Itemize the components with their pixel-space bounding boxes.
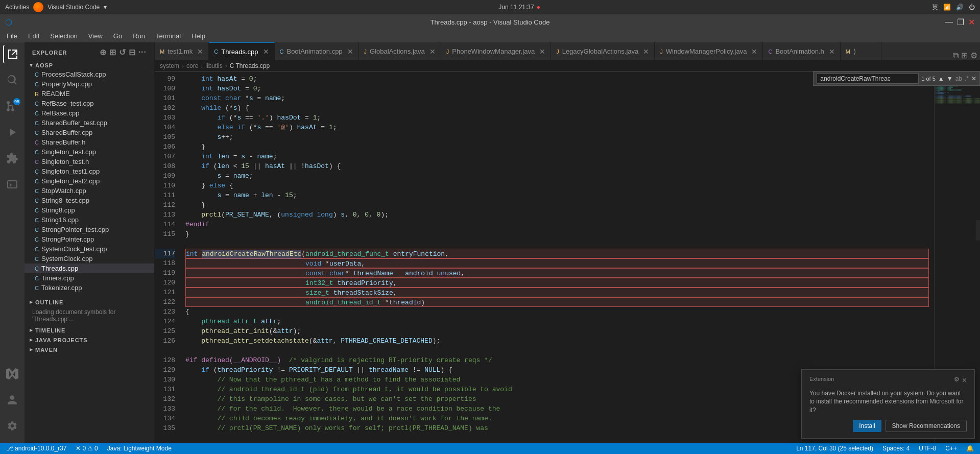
- tab-close-global-icon[interactable]: ✕: [429, 47, 436, 56]
- minimize-button[interactable]: —: [945, 17, 953, 27]
- tab-bootanimation-cpp[interactable]: C BootAnimation.cpp ✕: [275, 42, 359, 60]
- split-editor-icon[interactable]: ⧉: [953, 51, 959, 60]
- lang-icon[interactable]: 英: [932, 3, 938, 12]
- java-mode-item[interactable]: Java: Lightweight Mode: [105, 445, 174, 452]
- tab-close-wmp-icon[interactable]: ✕: [751, 47, 757, 56]
- tab-threads-cpp[interactable]: C Threads.cpp ✕: [209, 42, 274, 60]
- find-next-icon[interactable]: ▼: [947, 75, 953, 82]
- file-StrongPointer[interactable]: CStrongPointer.cpp: [25, 234, 154, 244]
- menu-go[interactable]: Go: [109, 31, 126, 41]
- file-Singleton_test[interactable]: CSingleton_test.cpp: [25, 147, 154, 157]
- find-close-icon[interactable]: ✕: [971, 75, 976, 82]
- editor-layout-icon[interactable]: ⊞: [961, 51, 968, 60]
- remote-explorer-icon[interactable]: [3, 175, 21, 194]
- breadcrumb-core[interactable]: core: [186, 62, 198, 69]
- file-StopWatch[interactable]: CStopWatch.cpp: [25, 186, 154, 196]
- install-button[interactable]: Install: [853, 420, 881, 432]
- search-icon[interactable]: [3, 71, 21, 89]
- menu-selection[interactable]: Selection: [46, 31, 81, 41]
- file-Singleton_test1[interactable]: CSingleton_test1.cpp: [25, 166, 154, 176]
- tab-close-icon[interactable]: ✕: [197, 47, 203, 56]
- menu-run[interactable]: Run: [129, 31, 149, 41]
- file-README[interactable]: RREADME: [25, 89, 154, 99]
- firefox-icon[interactable]: [33, 2, 43, 12]
- notification-gear-icon[interactable]: ⚙: [954, 376, 960, 385]
- breadcrumb-libutils[interactable]: libutils: [205, 62, 222, 69]
- refresh-icon[interactable]: ↺: [119, 47, 126, 57]
- breadcrumb-file[interactable]: C Threads.cpp: [230, 62, 270, 69]
- menu-help[interactable]: Help: [187, 31, 209, 41]
- tab-close-phone-icon[interactable]: ✕: [539, 47, 545, 56]
- tab-close-legacy-icon[interactable]: ✕: [643, 47, 649, 56]
- more-actions-icon[interactable]: ···: [138, 47, 147, 57]
- tab-legacyglobal-java[interactable]: J LegacyGlobalActions.java ✕: [551, 42, 655, 60]
- outline-section[interactable]: ▸ OUTLINE: [25, 297, 154, 306]
- collapse-icon[interactable]: ⊟: [129, 47, 136, 57]
- maximize-button[interactable]: ❐: [957, 17, 964, 27]
- file-StrongPointer_test[interactable]: CStrongPointer_test.cpp: [25, 225, 154, 234]
- vscode-logo-bottom-icon[interactable]: [3, 365, 21, 383]
- tab-close-m-icon[interactable]: ⟩: [853, 47, 856, 56]
- file-Threads[interactable]: CThreads.cpp: [25, 264, 154, 273]
- file-SystemClock_test[interactable]: CSystemClock_test.cpp: [25, 244, 154, 254]
- spaces-item[interactable]: Spaces: 4: [880, 445, 912, 452]
- file-PropertyMap[interactable]: CPropertyMap.cpp: [25, 79, 154, 89]
- find-regex-icon[interactable]: .*: [965, 75, 969, 82]
- explorer-icon[interactable]: [3, 45, 21, 63]
- notification-close-icon[interactable]: ×: [962, 376, 967, 385]
- file-Tokenizer[interactable]: CTokenizer.cpp: [25, 283, 154, 293]
- file-Singleton_test2[interactable]: CSingleton_test2.cpp: [25, 176, 154, 186]
- file-SharedBuffer[interactable]: CSharedBuffer.cpp: [25, 128, 154, 137]
- feedback-icon-item[interactable]: 🔔: [964, 445, 976, 452]
- vscode-dropdown-icon[interactable]: ▾: [104, 4, 107, 11]
- menu-view[interactable]: View: [84, 31, 107, 41]
- file-SystemClock[interactable]: CSystemClock.cpp: [25, 254, 154, 264]
- file-String8[interactable]: CString8.cpp: [25, 205, 154, 215]
- tab-close-boot-icon[interactable]: ✕: [347, 47, 353, 56]
- file-ProcessCallStack[interactable]: CProcessCallStack.cpp: [25, 69, 154, 79]
- tab-windowmanagerpolicy-java[interactable]: J WindowManagerPolicy.java ✕: [655, 42, 763, 60]
- errors-item[interactable]: ✕ 0 ⚠ 0: [74, 445, 100, 452]
- file-Timers[interactable]: CTimers.cpp: [25, 273, 154, 283]
- new-folder-icon[interactable]: ⊞: [109, 47, 116, 57]
- file-RefBase_test[interactable]: CRefBase_test.cpp: [25, 99, 154, 108]
- language-item[interactable]: C++: [943, 445, 959, 452]
- file-SharedBuffer_test[interactable]: CSharedBuffer_test.cpp: [25, 118, 154, 128]
- git-branch-item[interactable]: ⎇ android-10.0.0_r37: [4, 445, 68, 452]
- menu-edit[interactable]: Edit: [24, 31, 43, 41]
- run-debug-icon[interactable]: [3, 123, 21, 141]
- encoding-item[interactable]: UTF-8: [917, 445, 938, 452]
- find-match-whole-word-icon[interactable]: ab: [955, 75, 962, 82]
- java-projects-section[interactable]: ▸ JAVA PROJECTS: [25, 334, 154, 344]
- find-prev-icon[interactable]: ▲: [938, 75, 944, 82]
- close-button[interactable]: ✕: [968, 17, 975, 27]
- settings-icon[interactable]: [3, 417, 21, 435]
- file-String16[interactable]: CString16.cpp: [25, 215, 154, 225]
- file-SharedBuffer-h[interactable]: CSharedBuffer.h: [25, 137, 154, 147]
- aosp-folder[interactable]: ▾ AOSP: [25, 60, 154, 69]
- show-recommendations-button[interactable]: Show Recommendations: [886, 420, 967, 432]
- settings-gear-icon[interactable]: ⚙: [970, 51, 977, 60]
- tab-close-h-icon[interactable]: ✕: [829, 47, 835, 56]
- maven-section[interactable]: ▸ MAVEN: [25, 344, 154, 354]
- breadcrumb-system[interactable]: system: [160, 62, 179, 69]
- file-Singleton_test-h[interactable]: CSingleton_test.h: [25, 157, 154, 166]
- tab-close-active-icon[interactable]: ✕: [263, 47, 269, 56]
- tab-bootanimation-h[interactable]: C BootAnimation.h ✕: [763, 42, 840, 60]
- power-icon[interactable]: ⏻: [969, 4, 975, 11]
- extensions-icon[interactable]: [3, 149, 21, 168]
- tab-phonewindow-java[interactable]: J PhoneWindowManager.java ✕: [441, 42, 551, 60]
- volume-icon[interactable]: 🔊: [956, 4, 964, 11]
- tab-test1mk[interactable]: M test1.mk ✕: [155, 42, 209, 60]
- find-input[interactable]: [817, 74, 919, 84]
- accounts-icon[interactable]: [3, 391, 21, 409]
- menu-file[interactable]: File: [3, 31, 21, 41]
- line-col-item[interactable]: Ln 117, Col 30 (25 selected): [794, 445, 875, 452]
- source-control-icon[interactable]: 95: [3, 97, 21, 115]
- file-String8_test[interactable]: CString8_test.cpp: [25, 196, 154, 205]
- activities-label[interactable]: Activities: [5, 4, 29, 11]
- new-file-icon[interactable]: ⊕: [100, 47, 107, 57]
- tab-m[interactable]: M ⟩: [841, 42, 881, 60]
- menu-terminal[interactable]: Terminal: [152, 31, 185, 41]
- timeline-section[interactable]: ▸ TIMELINE: [25, 325, 154, 334]
